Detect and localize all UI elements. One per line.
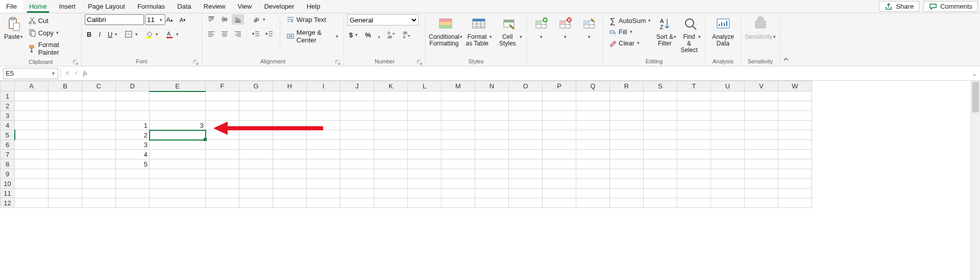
cell-U3[interactable] [711, 111, 745, 121]
cell-R3[interactable] [610, 111, 644, 121]
cell-O6[interactable] [509, 140, 543, 150]
row-header-1[interactable]: 1 [1, 91, 15, 101]
cell-C3[interactable] [82, 111, 116, 121]
column-header-J[interactable]: J [340, 81, 374, 91]
cell-L5[interactable] [408, 130, 442, 140]
cell-B7[interactable] [48, 150, 82, 159]
cell-A9[interactable] [15, 169, 48, 179]
select-all-corner[interactable] [1, 81, 15, 91]
cell-H2[interactable] [273, 101, 307, 111]
font-color-button[interactable]: A▾ [163, 29, 181, 39]
cell-A8[interactable] [15, 159, 48, 169]
cell-J9[interactable] [340, 169, 374, 179]
cell-B10[interactable] [48, 179, 82, 189]
cell-B12[interactable] [48, 198, 82, 208]
column-header-C[interactable]: C [82, 81, 116, 91]
cell-L6[interactable] [408, 140, 442, 150]
cell-U5[interactable] [711, 130, 745, 140]
column-header-K[interactable]: K [374, 81, 408, 91]
cell-T9[interactable] [677, 169, 711, 179]
cell-M7[interactable] [442, 150, 475, 159]
cell-N2[interactable] [475, 101, 509, 111]
cell-P5[interactable] [543, 130, 576, 140]
cell-P6[interactable] [543, 140, 576, 150]
cell-F6[interactable] [206, 140, 239, 150]
row-header-2[interactable]: 2 [1, 101, 15, 111]
cell-C10[interactable] [82, 179, 116, 189]
row-header-10[interactable]: 10 [1, 179, 15, 189]
column-header-N[interactable]: N [475, 81, 509, 91]
cell-J3[interactable] [340, 111, 374, 121]
cell-D10[interactable] [116, 179, 150, 189]
cell-I8[interactable] [307, 159, 340, 169]
cell-Q4[interactable] [576, 121, 610, 130]
cell-H3[interactable] [273, 111, 307, 121]
cell-S11[interactable] [644, 189, 677, 198]
row-header-5[interactable]: 5 [1, 130, 15, 140]
column-header-B[interactable]: B [48, 81, 82, 91]
align-left-button[interactable] [205, 29, 217, 39]
cell-R9[interactable] [610, 169, 644, 179]
cell-G11[interactable] [239, 189, 273, 198]
cell-U7[interactable] [711, 150, 745, 159]
cell-D7[interactable]: 4 [116, 150, 150, 159]
cell-U6[interactable] [711, 140, 745, 150]
cell-L1[interactable] [408, 91, 442, 101]
cell-O12[interactable] [509, 198, 543, 208]
cell-P1[interactable] [543, 91, 576, 101]
vertical-scrollbar[interactable] [971, 81, 980, 280]
cell-T2[interactable] [677, 101, 711, 111]
cell-F2[interactable] [206, 101, 239, 111]
column-header-U[interactable]: U [711, 81, 745, 91]
column-header-D[interactable]: D [116, 81, 150, 91]
cell-I3[interactable] [307, 111, 340, 121]
cell-I1[interactable] [307, 91, 340, 101]
cell-V3[interactable] [745, 111, 778, 121]
name-box[interactable]: E5 ▼ [3, 68, 58, 79]
italic-button[interactable]: I [96, 30, 103, 39]
cell-K1[interactable] [374, 91, 408, 101]
cell-I11[interactable] [307, 189, 340, 198]
column-header-G[interactable]: G [239, 81, 273, 91]
cell-E1[interactable] [150, 91, 206, 101]
formula-bar-input[interactable] [91, 68, 969, 79]
cell-O5[interactable] [509, 130, 543, 140]
cell-N12[interactable] [475, 198, 509, 208]
cell-J7[interactable] [340, 150, 374, 159]
format-cells-button[interactable]: ▾ [578, 14, 600, 48]
cell-P2[interactable] [543, 101, 576, 111]
number-dialog-launcher[interactable] [417, 60, 422, 65]
cell-B9[interactable] [48, 169, 82, 179]
cell-R11[interactable] [610, 189, 644, 198]
cell-K5[interactable] [374, 130, 408, 140]
cell-C6[interactable] [82, 140, 116, 150]
share-button[interactable]: Share [879, 1, 919, 12]
delete-cells-button[interactable]: ▾ [554, 14, 576, 48]
cell-S5[interactable] [644, 130, 677, 140]
cell-O3[interactable] [509, 111, 543, 121]
cell-A1[interactable] [15, 91, 48, 101]
cell-Q9[interactable] [576, 169, 610, 179]
cell-G8[interactable] [239, 159, 273, 169]
cell-L10[interactable] [408, 179, 442, 189]
cell-C12[interactable] [82, 198, 116, 208]
column-header-T[interactable]: T [677, 81, 711, 91]
cell-M2[interactable] [442, 101, 475, 111]
decrease-decimal-button[interactable]: .00.0 [400, 30, 412, 40]
column-header-F[interactable]: F [206, 81, 239, 91]
cell-K3[interactable] [374, 111, 408, 121]
cell-V5[interactable] [745, 130, 778, 140]
column-header-L[interactable]: L [408, 81, 442, 91]
borders-button[interactable]: ▾ [122, 29, 140, 39]
cell-T11[interactable] [677, 189, 711, 198]
cell-P3[interactable] [543, 111, 576, 121]
cell-U11[interactable] [711, 189, 745, 198]
cell-Q6[interactable] [576, 140, 610, 150]
column-header-H[interactable]: H [273, 81, 307, 91]
insert-function-button[interactable]: fx [83, 69, 87, 77]
column-header-R[interactable]: R [610, 81, 644, 91]
cell-M11[interactable] [442, 189, 475, 198]
conditional-formatting-button[interactable]: Conditional Formatting▾ [429, 14, 462, 48]
cell-M10[interactable] [442, 179, 475, 189]
cell-W12[interactable] [778, 198, 812, 208]
